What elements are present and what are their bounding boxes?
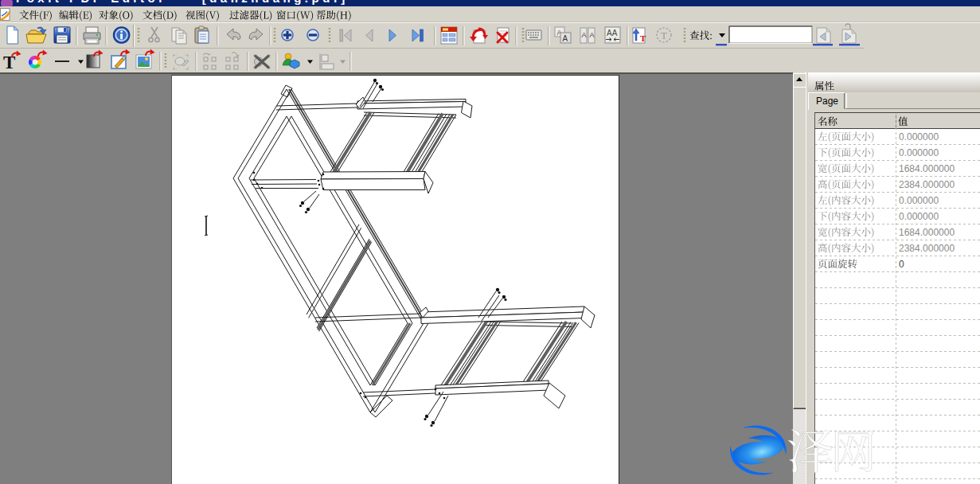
svg-text:T: T — [640, 33, 646, 43]
svg-text:A: A — [582, 31, 587, 39]
svg-text:A: A — [563, 34, 568, 43]
svg-text:T: T — [661, 29, 667, 41]
svg-text:AA: AA — [607, 29, 618, 37]
svg-text:A: A — [590, 31, 595, 39]
svg-text:T: T — [3, 53, 15, 72]
